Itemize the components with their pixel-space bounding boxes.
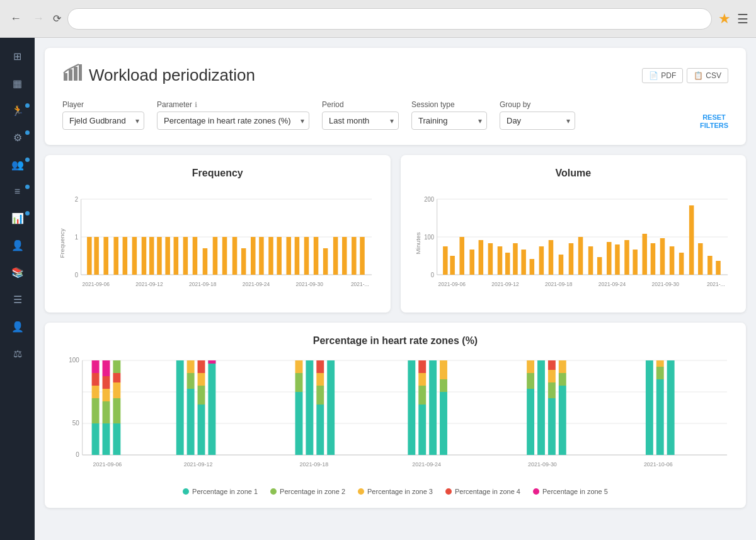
page-header: Workload periodization 📄 PDF 📋 CSV [62,63,728,88]
svg-rect-129 [208,360,215,364]
volume-chart-card: Volume 200 100 0 [401,155,747,313]
parameter-filter-label: Parameter ℹ [157,100,309,109]
svg-rect-2 [74,67,77,81]
volume-chart-svg: 200 100 0 Minutes [413,187,734,300]
svg-text:2021-09-06: 2021-09-06 [83,281,110,287]
svg-rect-41 [342,237,347,275]
svg-rect-40 [333,237,338,275]
export-buttons: 📄 PDF 📋 CSV [642,68,728,83]
svg-rect-88 [707,256,713,275]
svg-rect-43 [360,237,365,275]
sidebar-item-users-group[interactable]: 👥 [0,152,35,177]
svg-rect-113 [103,376,110,389]
svg-text:2021-09-12: 2021-09-12 [184,461,213,468]
zone5-color-dot [533,488,539,495]
svg-rect-120 [176,360,184,455]
zone3-color-dot [358,488,364,495]
svg-rect-17 [123,237,128,275]
charts-row: Frequency 2 1 0 [45,155,746,313]
svg-rect-122 [187,373,195,389]
svg-rect-63 [478,240,483,275]
sidebar-item-team[interactable]: 👤 [0,233,35,258]
settings-icon: ⚙ [13,132,22,144]
filters-row: Player Fjeld Gudbrand Parameter ℹ P [62,100,728,130]
svg-rect-26 [203,248,208,275]
forward-button[interactable]: → [30,9,47,28]
legend-zone5: Percentage in zone 5 [533,488,608,495]
svg-text:2021-09-24: 2021-09-24 [598,281,625,287]
back-button[interactable]: ← [8,9,24,28]
svg-text:1: 1 [75,234,78,241]
reload-button[interactable]: ⟳ [53,13,61,25]
group-by-select[interactable]: Day Week Month [500,112,575,130]
svg-text:2021-09-06: 2021-09-06 [438,281,465,287]
reset-filters-button[interactable]: RESET FILTERS [700,113,728,130]
sidebar-item-list[interactable]: ≡ [0,180,35,204]
address-bar[interactable] [67,8,712,30]
legend-zone3: Percentage in zone 3 [358,488,433,495]
svg-rect-34 [277,237,282,275]
svg-text:2021-09-12: 2021-09-12 [491,281,518,287]
svg-text:200: 200 [424,196,434,203]
svg-rect-110 [103,423,110,455]
svg-rect-108 [92,373,100,386]
player-select[interactable]: Fjeld Gudbrand [62,112,144,130]
svg-rect-150 [527,360,534,373]
svg-rect-13 [87,237,92,275]
sidebar-item-library[interactable]: 📚 [0,260,35,285]
svg-rect-117 [113,382,120,398]
page-title-row: Workload periodization [62,63,255,88]
session-type-select[interactable]: Training Match All [411,112,487,130]
svg-rect-61 [459,237,464,275]
svg-rect-109 [92,360,100,373]
player-filter-label: Player [62,100,144,109]
svg-rect-38 [314,237,319,275]
heart-rate-chart-card: Percentage in heart rate zones (%) 100 5… [45,323,746,508]
svg-rect-127 [198,360,205,373]
csv-export-button[interactable]: 📋 CSV [687,68,728,83]
svg-rect-151 [537,360,545,455]
browser-menu-icon[interactable]: ☰ [737,11,748,26]
sidebar-item-dashboard[interactable]: ⊞ [0,44,35,69]
frequency-chart-title: Frequency [57,168,378,179]
svg-rect-85 [679,253,684,275]
svg-rect-16 [113,237,118,275]
svg-rect-145 [440,392,447,455]
svg-text:2021-09-18: 2021-09-18 [189,281,216,287]
sidebar-item-legal[interactable]: ⚖ [0,342,35,366]
sidebar-item-calendar[interactable]: ▦ [0,71,35,96]
sidebar-item-analytics[interactable]: 📊 [0,206,35,231]
sidebar-item-person2[interactable]: 👤 [0,314,35,339]
sidebar-item-settings[interactable]: ⚙ [0,125,35,150]
chart-legend: Percentage in zone 1 Percentage in zone … [57,488,733,495]
svg-rect-81 [642,234,647,275]
analytics-icon: 📊 [11,212,24,224]
heart-rate-chart-svg: 100 50 0 [57,354,733,480]
chart-bar-icon [62,63,83,88]
svg-rect-107 [92,386,100,398]
bookmark-star-icon[interactable]: ★ [718,11,731,27]
svg-rect-28 [222,237,227,275]
svg-text:100: 100 [69,357,79,364]
svg-text:2021-09-24: 2021-09-24 [243,281,270,287]
sidebar: ⊞ ▦ 🏃 ⚙ 👥 ≡ 📊 👤 📚 ☰ 👤 ⚖ [0,38,35,540]
parameter-select[interactable]: Percentage in heart rate zones (%) [157,112,309,130]
sidebar-item-tasks[interactable]: ☰ [0,287,35,312]
svg-rect-68 [521,250,526,275]
pdf-export-button[interactable]: 📄 PDF [642,68,683,83]
svg-rect-158 [559,360,566,373]
svg-rect-35 [286,237,291,275]
svg-text:0: 0 [430,272,434,279]
svg-rect-24 [183,237,188,275]
parameter-select-wrapper: Percentage in heart rate zones (%) [157,112,309,130]
svg-rect-115 [113,423,120,455]
svg-text:2021-10-06: 2021-10-06 [644,461,673,468]
legend-zone4: Percentage in zone 4 [445,488,520,495]
period-select[interactable]: Last month Last week Last 3 months [322,112,399,130]
svg-text:50: 50 [72,420,79,427]
group-by-filter-label: Group by [500,100,575,109]
content-area: Workload periodization 📄 PDF 📋 CSV Pla [35,38,756,540]
parameter-info-icon: ℹ [195,101,197,109]
sidebar-item-activity[interactable]: 🏃 [0,98,35,123]
svg-text:0: 0 [76,451,79,458]
